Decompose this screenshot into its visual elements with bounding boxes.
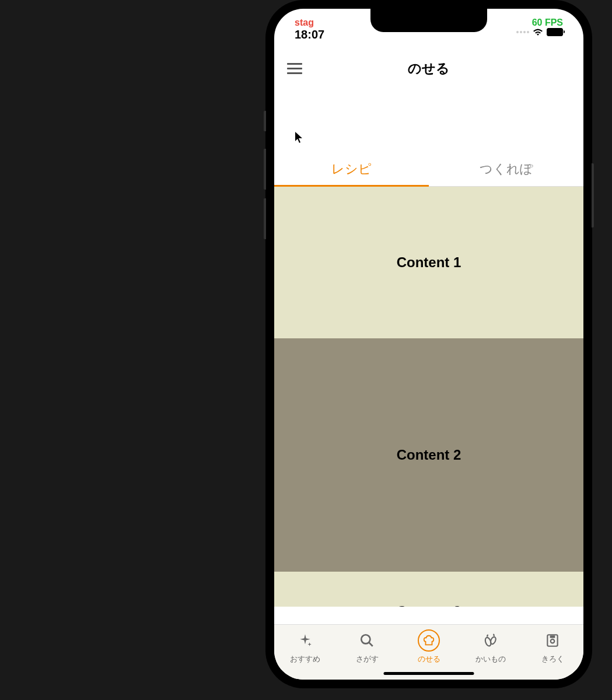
navigation-bar: のせる xyxy=(274,41,583,96)
bottom-nav-shopping[interactable]: かいもの xyxy=(460,625,522,680)
bottom-nav-record[interactable]: きろく xyxy=(522,625,583,680)
bottom-nav-search[interactable]: さがす xyxy=(336,625,398,680)
tab-tsukurepo[interactable]: つくれぽ xyxy=(429,152,583,186)
content-scroll-area[interactable]: Content 1 Content 2 Content 3 xyxy=(274,187,583,607)
bottom-nav-label: きろく xyxy=(541,654,564,664)
svg-rect-6 xyxy=(551,636,555,637)
fps-counter: 60 FPS xyxy=(532,18,563,28)
content-card[interactable]: Content 1 xyxy=(274,187,583,338)
bottom-nav-label: おすすめ xyxy=(290,654,320,664)
notch xyxy=(370,9,487,32)
volume-down-button xyxy=(264,198,266,239)
content-card[interactable]: Content 3 xyxy=(274,572,583,607)
tab-bar: レシピ つくれぽ xyxy=(274,152,583,187)
bottom-nav-post[interactable]: のせる xyxy=(398,625,460,680)
svg-point-5 xyxy=(551,639,555,643)
battery-icon xyxy=(547,28,563,36)
home-indicator[interactable] xyxy=(384,672,474,675)
content-label: Content 2 xyxy=(397,447,461,463)
bottom-nav-label: さがす xyxy=(356,654,379,664)
search-icon xyxy=(356,629,378,652)
power-button xyxy=(592,163,594,228)
phone-frame: stag 18:07 60 FPS のせる xyxy=(265,0,592,688)
wifi-icon xyxy=(533,28,543,36)
bottom-nav-label: かいもの xyxy=(475,654,506,664)
svg-point-3 xyxy=(489,636,496,645)
clock: 18:07 xyxy=(295,28,324,41)
hamburger-menu-icon[interactable] xyxy=(287,63,302,74)
vegetables-icon xyxy=(480,629,502,652)
page-title: のせる xyxy=(408,60,450,78)
tab-recipe[interactable]: レシピ xyxy=(274,152,429,186)
bottom-nav-recommend[interactable]: おすすめ xyxy=(274,625,336,680)
bottom-navigation: おすすめ さがす のせる xyxy=(274,624,583,680)
svg-point-0 xyxy=(361,635,370,643)
svg-line-1 xyxy=(369,642,373,646)
bottom-nav-label: のせる xyxy=(418,654,440,664)
tab-label: レシピ xyxy=(331,160,372,178)
content-label: Content 1 xyxy=(397,254,461,271)
tab-label: つくれぽ xyxy=(480,160,533,178)
record-icon xyxy=(541,629,564,652)
content-card[interactable]: Content 2 xyxy=(274,338,583,572)
sparkle-icon xyxy=(294,629,316,652)
content-label: Content 3 xyxy=(397,603,461,607)
mute-switch xyxy=(264,111,266,131)
header-spacer xyxy=(274,96,583,152)
volume-up-button xyxy=(264,149,266,190)
chef-hat-icon xyxy=(418,629,440,652)
screen: stag 18:07 60 FPS のせる xyxy=(274,9,583,680)
env-label: stag xyxy=(295,18,324,28)
cellular-icon xyxy=(516,31,529,33)
